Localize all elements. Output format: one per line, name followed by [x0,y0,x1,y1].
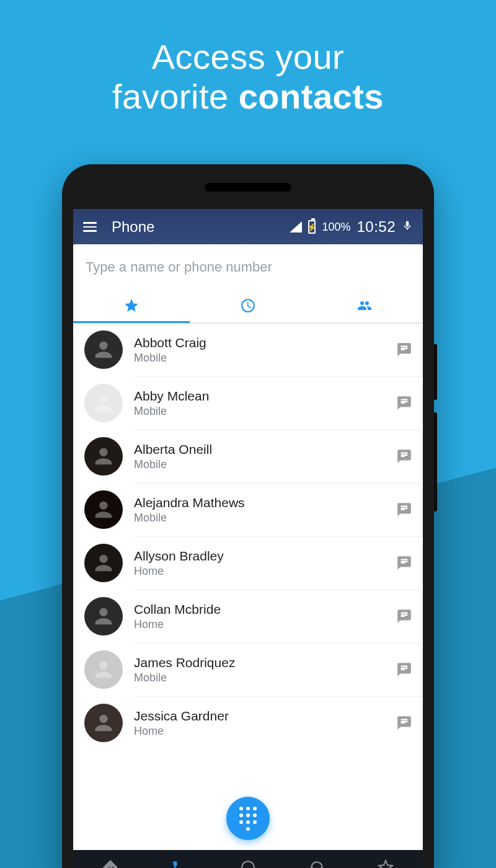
message-icon[interactable] [396,608,413,625]
message-icon[interactable] [396,661,413,678]
contact-name: Jessica Gardner [134,709,384,724]
star-icon [123,298,140,314]
message-icon[interactable] [396,341,413,358]
contact-info: Collan McbrideHome [134,602,384,631]
contact-name: Alberta Oneill [134,442,384,457]
contact-row[interactable]: James RodriquezMobile [73,643,423,696]
contact-name: Abby Mclean [134,389,384,404]
contact-label: Mobile [134,458,384,471]
mic-icon[interactable] [402,218,413,236]
headline-line2-bold: contacts [239,77,384,116]
tab-recents[interactable] [190,289,306,322]
message-icon[interactable] [396,714,413,732]
avatar [84,330,123,369]
tab-favorites[interactable] [73,289,190,322]
nav-directions[interactable] [98,855,123,868]
avatar [84,544,123,582]
svg-point-0 [242,861,254,868]
avatar [84,490,123,529]
clock-time: 10:52 [356,218,396,236]
contact-row[interactable]: Abby McleanMobile [73,376,423,430]
dialpad-icon [239,807,257,831]
contact-label: Mobile [134,352,384,365]
message-icon[interactable] [396,501,413,518]
contact-info: Alejandra MathewsMobile [134,495,384,525]
contact-label: Home [134,618,384,631]
nav-home[interactable] [236,855,260,868]
contact-name: Allyson Bradley [134,549,384,564]
avatar [84,384,123,422]
contact-name: Collan Mcbride [134,602,384,617]
contact-row[interactable]: Collan McbrideHome [73,590,423,643]
contact-label: Home [134,725,384,738]
phone-screen: Phone ⚡ 100% 10:52 [73,209,423,868]
contact-info: Abbott CraigMobile [134,335,384,365]
contact-row[interactable]: Allyson BradleyHome [73,536,423,590]
contact-label: Mobile [134,671,384,684]
contact-row[interactable]: Alejandra MathewsMobile [73,483,423,536]
signal-icon [290,221,302,232]
nav-headphones[interactable] [304,855,329,868]
contact-name: Abbott Craig [134,335,384,350]
search-input[interactable] [73,244,423,289]
status-bar: Phone ⚡ 100% 10:52 [73,209,423,245]
contact-label: Mobile [134,405,384,418]
avatar [84,437,123,476]
contact-list[interactable]: Abbott CraigMobileAbby McleanMobileAlber… [73,323,423,850]
contact-label: Home [134,565,384,578]
contact-name: Alejandra Mathews [134,495,384,510]
battery-icon: ⚡ [308,220,316,234]
contact-label: Mobile [134,512,384,525]
marketing-headline: Access your favorite contacts [0,0,496,117]
contact-info: Jessica GardnerHome [134,709,384,738]
message-icon[interactable] [396,394,413,412]
message-icon[interactable] [396,448,413,465]
message-icon[interactable] [396,554,413,572]
menu-icon[interactable] [83,222,97,232]
nav-phone[interactable] [167,855,192,868]
dialpad-fab[interactable] [226,797,270,840]
contact-info: Abby McleanMobile [134,389,384,418]
tab-bar [73,289,423,323]
contact-info: James RodriquezMobile [134,655,384,684]
avatar [84,704,123,742]
search-card [73,244,423,323]
phone-frame: Phone ⚡ 100% 10:52 [62,164,434,868]
phone-speaker [205,183,291,192]
battery-percent: 100% [322,221,350,234]
contact-row[interactable]: Jessica GardnerHome [73,696,423,750]
people-icon [355,298,374,313]
headline-line1: Access your [152,37,345,76]
headline-line2-pre: favorite [112,77,239,116]
contact-info: Allyson BradleyHome [134,549,384,578]
app-title: Phone [112,218,154,236]
bottom-nav [73,850,423,868]
phone-side-button [434,344,437,400]
avatar [84,650,123,689]
tab-contacts[interactable] [306,289,423,322]
nav-star[interactable] [373,855,398,868]
contact-info: Alberta OneillMobile [134,442,384,471]
clock-icon [240,298,256,314]
contact-row[interactable]: Abbott CraigMobile [73,323,423,376]
avatar [84,597,123,636]
contact-name: James Rodriquez [134,655,384,670]
contact-row[interactable]: Alberta OneillMobile [73,430,423,483]
phone-side-button [434,412,437,512]
